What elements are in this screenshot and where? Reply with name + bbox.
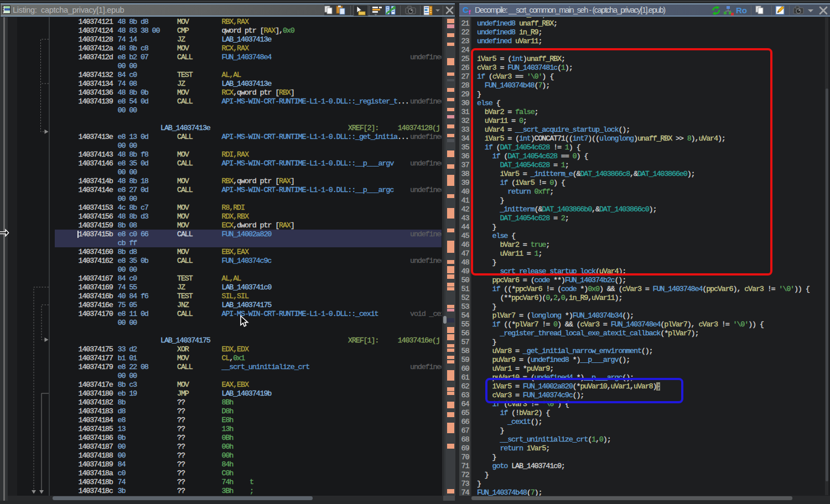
svg-text:Ro: Ro <box>736 6 747 15</box>
